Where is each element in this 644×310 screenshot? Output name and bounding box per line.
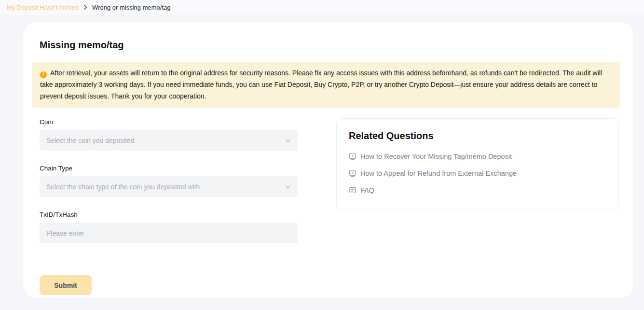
chevron-right-icon xyxy=(83,5,88,10)
coin-field-group: Coin Select the coin you deposited xyxy=(40,118,298,151)
svg-text:?: ? xyxy=(352,154,354,158)
warning-icon: ! xyxy=(40,71,47,78)
related-question-label: FAQ xyxy=(360,186,374,194)
chevron-down-icon xyxy=(285,138,291,143)
related-questions-title: Related Questions xyxy=(349,129,607,142)
related-question-link[interactable]: ? How to Appeal for Refund from External… xyxy=(349,169,607,177)
related-question-link[interactable]: ? How to Recover Your Missing Tag/memo D… xyxy=(349,153,607,160)
txid-field-group: TxID/TxHash xyxy=(40,211,298,243)
svg-text:?: ? xyxy=(352,171,354,175)
related-question-label: How to Appeal for Refund from External E… xyxy=(360,169,517,177)
related-question-link[interactable]: FAQ xyxy=(349,186,607,194)
help-doc-icon: ? xyxy=(349,153,356,160)
deposit-form: Coin Select the coin you deposited Chain… xyxy=(40,118,298,295)
content-columns: Coin Select the coin you deposited Chain… xyxy=(40,118,620,295)
submit-button[interactable]: Submit xyxy=(40,275,92,295)
chevron-down-icon xyxy=(285,184,291,190)
related-questions-panel: Related Questions ? How to Recover Your … xyxy=(336,118,619,210)
notice-text: After retrieval, your assets will return… xyxy=(40,69,602,100)
breadcrumb-current: Wrong or missing memo/tag xyxy=(92,4,170,11)
page-title: Missing memo/tag xyxy=(40,39,620,51)
chain-type-field-group: Chain Type Select the chain type of the … xyxy=(40,165,298,197)
chain-type-select-placeholder: Select the chain type of the coin you de… xyxy=(46,183,200,191)
notice-banner: !After retrieval, your assets will retur… xyxy=(32,62,620,108)
coin-select[interactable]: Select the coin you deposited xyxy=(40,130,298,151)
breadcrumb-parent-link[interactable]: My Deposit Hasn't Arrived xyxy=(7,4,79,11)
help-doc-icon: ? xyxy=(349,169,356,177)
main-card: Missing memo/tag !After retrieval, your … xyxy=(23,22,633,298)
chain-type-label: Chain Type xyxy=(40,165,298,172)
chain-type-select[interactable]: Select the chain type of the coin you de… xyxy=(40,176,298,197)
related-questions-list: ? How to Recover Your Missing Tag/memo D… xyxy=(349,153,607,194)
breadcrumb: My Deposit Hasn't Arrived Wrong or missi… xyxy=(0,0,644,14)
coin-label: Coin xyxy=(40,118,298,126)
txid-label: TxID/TxHash xyxy=(40,211,298,218)
faq-icon xyxy=(349,186,356,194)
coin-select-placeholder: Select the coin you deposited xyxy=(46,137,135,144)
related-question-label: How to Recover Your Missing Tag/memo Dep… xyxy=(360,153,512,160)
txid-input[interactable] xyxy=(40,223,298,243)
